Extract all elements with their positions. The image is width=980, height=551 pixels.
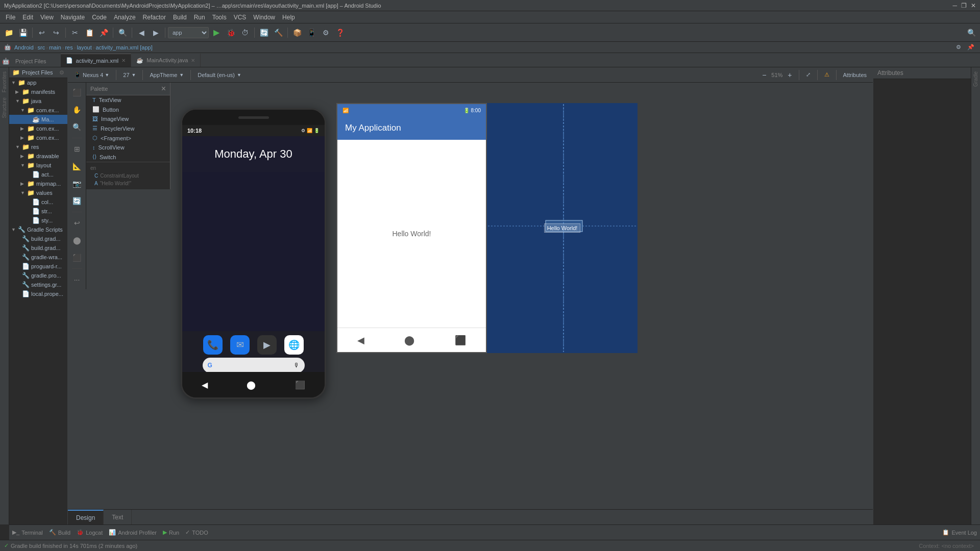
tree-colors[interactable]: ▶ 📄 col... [9, 197, 67, 207]
tree-mipmap[interactable]: ▶ 📁 mipmap... [9, 179, 67, 188]
tree-build-gradle-1[interactable]: ▶ 🔧 build.grad... [9, 234, 67, 243]
tree-com3[interactable]: ▶ 📁 com.ex... [9, 133, 67, 142]
dock-chrome[interactable]: 🌐 [284, 335, 304, 355]
palette-textview[interactable]: T TextView [86, 95, 170, 105]
tab-mainactivity[interactable]: ☕ MainActivity.java ✕ [131, 54, 201, 67]
attributes-btn[interactable]: Attributes [840, 71, 870, 79]
zoom-tool-btn[interactable]: 🔍 [69, 119, 85, 135]
debug-btn[interactable]: 🐞 [224, 26, 237, 39]
tree-settings-gradle[interactable]: ▶ 🔧 settings.gr... [9, 280, 67, 289]
preview-home-btn[interactable]: ⬤ [404, 335, 414, 346]
open-folder-btn[interactable]: 📁 [2, 26, 15, 39]
nav-layout[interactable]: layout [77, 44, 91, 51]
palette-switch[interactable]: ⟨⟩ Switch [86, 152, 170, 162]
menu-run[interactable]: Run [190, 13, 209, 22]
nav-pin-btn[interactable]: 📌 [966, 42, 976, 53]
tree-gradle-wrapper[interactable]: ▶ 🔧 gradle-wra... [9, 253, 67, 262]
tree-layout[interactable]: ▼ 📁 layout [9, 161, 67, 170]
favorites-label[interactable]: Favorites [1, 69, 8, 94]
structure-label[interactable]: Structure [1, 95, 8, 120]
nav-settings-btn[interactable]: ⚙ [953, 42, 964, 53]
phone-recent-btn[interactable]: ⬛ [295, 380, 305, 390]
save-all-btn[interactable]: 💾 [16, 26, 30, 39]
tree-res[interactable]: ▼ 📁 res [9, 142, 67, 152]
square-btn[interactable]: ⬛ [69, 250, 85, 265]
avd-manager-btn[interactable]: 📱 [305, 26, 318, 39]
preview-content[interactable]: Hello World! [337, 140, 486, 328]
sdk-manager-btn[interactable]: 📦 [290, 26, 304, 39]
forward-btn[interactable]: ▶ [149, 26, 162, 39]
palette-close-btn[interactable]: × [161, 84, 166, 93]
run-config-select[interactable]: app [168, 27, 209, 38]
tab-text[interactable]: Text [104, 510, 132, 524]
profiler-btn[interactable]: 📊 Android Profiler [106, 528, 160, 537]
view-mode-btn[interactable]: ⊞ [69, 141, 85, 157]
menu-help[interactable]: Help [279, 13, 299, 22]
menu-edit[interactable]: Edit [19, 13, 37, 22]
blueprint-hello-world[interactable]: Hello World! [544, 223, 581, 233]
palette-button[interactable]: ⬜ Button [86, 105, 170, 114]
tree-java[interactable]: ▼ 📁 java [9, 96, 67, 106]
palette-imageview[interactable]: 🖼 ImageView [86, 114, 170, 123]
menu-build[interactable]: Build [169, 13, 190, 22]
search-everywhere-btn[interactable]: 🔍 [965, 26, 978, 39]
refresh-btn[interactable]: 🔄 [69, 193, 85, 209]
tree-manifests[interactable]: ▶ 📁 manifests [9, 87, 67, 96]
build-btn[interactable]: 🔨 Build [46, 528, 74, 537]
settings-btn[interactable]: ⚙ [319, 26, 332, 39]
tab-main-close[interactable]: ✕ [191, 58, 195, 63]
help-btn[interactable]: ❓ [333, 26, 347, 39]
tree-mainactivity[interactable]: ▶ ☕ Ma... [9, 115, 67, 124]
tree-activity-xml[interactable]: ▶ 📄 act... [9, 170, 67, 179]
tree-local-props[interactable]: ▶ 📄 local.prope... [9, 289, 67, 298]
ctx-constraint[interactable]: C ConstraintLayout [90, 172, 166, 180]
nav-main[interactable]: main [49, 44, 61, 51]
more-btn[interactable]: ··· [69, 272, 85, 287]
locale-selector[interactable]: Default (en-us) ▼ [194, 71, 244, 79]
tree-gradle-scripts[interactable]: ▼ 🔧 Gradle Scripts [9, 225, 67, 234]
mic-icon[interactable]: 🎙 [293, 362, 300, 369]
undo-design-btn[interactable]: ↩ [69, 215, 85, 231]
google-search-bar[interactable]: G 🎙 [203, 358, 305, 373]
run-btn[interactable]: ▶ [210, 26, 223, 39]
menu-analyze[interactable]: Analyze [110, 13, 139, 22]
tab-activity-close[interactable]: ✕ [121, 58, 126, 63]
tree-build-gradle-2[interactable]: ▶ 🔧 build.grad... [9, 243, 67, 253]
copy-btn[interactable]: 📋 [83, 26, 96, 39]
tree-drawable[interactable]: ▶ 📁 drawable [9, 152, 67, 161]
back-btn[interactable]: ◀ [135, 26, 148, 39]
preview-back-btn[interactable]: ◀ [357, 335, 364, 346]
tree-proguard[interactable]: ▶ 📄 proguard-r... [9, 262, 67, 271]
paste-btn[interactable]: 📌 [97, 26, 110, 39]
event-log-btn[interactable]: 📋 Event Log [939, 528, 980, 537]
undo-btn[interactable]: ↩ [35, 26, 48, 39]
cut-btn[interactable]: ✂ [68, 26, 82, 39]
todo-btn[interactable]: ✓ TODO [182, 528, 211, 537]
nav-src[interactable]: src [38, 44, 45, 51]
gradle-btn[interactable]: 🔨 [272, 26, 285, 39]
palette-fragment[interactable]: ⬡ <Fragment> [86, 133, 170, 143]
dock-play[interactable]: ▶ [257, 335, 277, 355]
run-bottom-btn[interactable]: ▶ Run [160, 528, 182, 537]
tree-settings-btn[interactable]: ⚙ [59, 69, 64, 76]
menu-file[interactable]: File [2, 13, 19, 22]
menu-tools[interactable]: Tools [209, 13, 230, 22]
terminal-btn[interactable]: ▶_ Terminal [9, 528, 46, 537]
menu-navigate[interactable]: Navigate [57, 13, 88, 22]
logcat-btn[interactable]: 🐞 Logcat [74, 528, 106, 537]
blueprint-btn[interactable]: 📐 [69, 159, 85, 174]
phone-home-btn[interactable]: ⬤ [247, 380, 256, 390]
profile-btn[interactable]: ⏱ [238, 26, 252, 39]
ctx-helloworld[interactable]: A "Hello World!" [90, 180, 166, 187]
api-selector[interactable]: 27 ▼ [120, 71, 139, 79]
close-btn[interactable]: ✕ [971, 2, 976, 9]
sync-btn[interactable]: 🔄 [257, 26, 271, 39]
home-btn[interactable]: ⬤ [69, 233, 85, 248]
warning-btn[interactable]: ⚠ [821, 70, 832, 79]
tree-styles[interactable]: ▶ 📄 sty... [9, 216, 67, 225]
preview-recent-btn[interactable]: ⬛ [455, 335, 466, 346]
nav-activity[interactable]: activity_main.xml [app] [95, 44, 152, 51]
theme-selector[interactable]: AppTheme ▼ [146, 71, 187, 79]
menu-view[interactable]: View [37, 13, 57, 22]
tree-com1[interactable]: ▼ 📁 com.ex... [9, 106, 67, 115]
